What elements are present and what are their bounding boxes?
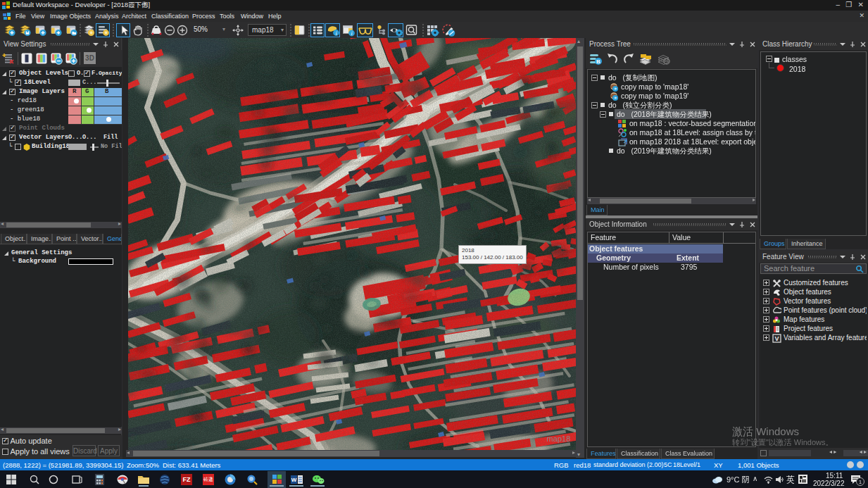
svg-text:V: V [774, 335, 779, 342]
svg-text:i: i [351, 30, 352, 37]
svg-text:i: i [335, 30, 336, 37]
svg-text:B: B [596, 58, 600, 65]
svg-text:W: W [291, 477, 297, 483]
